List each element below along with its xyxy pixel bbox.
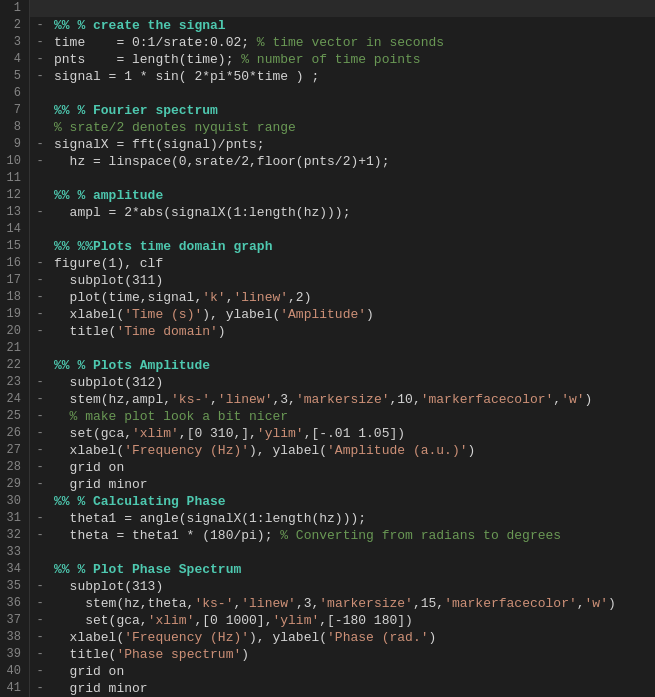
line-number: 35 <box>0 578 30 595</box>
line-number: 11 <box>0 170 30 187</box>
line-gutter: - <box>30 408 50 425</box>
code-line: 15%% %%Plots time domain graph <box>0 238 655 255</box>
code-editor: 12-%% % create the signal3-time = 0:1/sr… <box>0 0 655 697</box>
line-number: 6 <box>0 85 30 102</box>
line-content: xlabel('Frequency (Hz)'), ylabel('Amplit… <box>50 442 655 459</box>
line-gutter: - <box>30 51 50 68</box>
line-number: 10 <box>0 153 30 170</box>
line-number: 12 <box>0 187 30 204</box>
line-content: pnts = length(time); % number of time po… <box>50 51 655 68</box>
line-content: grid on <box>50 459 655 476</box>
code-line: 7%% % Fourier spectrum <box>0 102 655 119</box>
line-content: xlabel('Time (s)'), ylabel('Amplitude') <box>50 306 655 323</box>
line-number: 8 <box>0 119 30 136</box>
line-content: set(gca,'xlim',[0 1000],'ylim',[-180 180… <box>50 612 655 629</box>
line-gutter <box>30 187 50 204</box>
code-line: 34%% % Plot Phase Spectrum <box>0 561 655 578</box>
line-content: plot(time,signal,'k','linew',2) <box>50 289 655 306</box>
line-number: 32 <box>0 527 30 544</box>
code-line: 29- grid minor <box>0 476 655 493</box>
line-content: subplot(313) <box>50 578 655 595</box>
line-number: 26 <box>0 425 30 442</box>
code-line: 9-signalX = fft(signal)/pnts; <box>0 136 655 153</box>
code-line: 39- title('Phase spectrum') <box>0 646 655 663</box>
line-gutter: - <box>30 442 50 459</box>
line-gutter <box>30 493 50 510</box>
line-content: time = 0:1/srate:0.02; % time vector in … <box>50 34 655 51</box>
line-number: 23 <box>0 374 30 391</box>
line-gutter: - <box>30 578 50 595</box>
line-gutter: - <box>30 425 50 442</box>
code-line: 4-pnts = length(time); % number of time … <box>0 51 655 68</box>
code-line: 17- subplot(311) <box>0 272 655 289</box>
line-number: 24 <box>0 391 30 408</box>
line-gutter: - <box>30 204 50 221</box>
code-line: 23- subplot(312) <box>0 374 655 391</box>
line-number: 40 <box>0 663 30 680</box>
code-line: 21 <box>0 340 655 357</box>
line-gutter: - <box>30 510 50 527</box>
line-content: xlabel('Frequency (Hz)'), ylabel('Phase … <box>50 629 655 646</box>
line-gutter <box>30 340 50 357</box>
line-content: %% %%Plots time domain graph <box>50 238 655 255</box>
line-gutter: - <box>30 629 50 646</box>
line-number: 3 <box>0 34 30 51</box>
line-content: subplot(312) <box>50 374 655 391</box>
line-number: 2 <box>0 17 30 34</box>
code-line: 32- theta = theta1 * (180/pi); % Convert… <box>0 527 655 544</box>
line-gutter <box>30 0 50 17</box>
code-line: 22%% % Plots Amplitude <box>0 357 655 374</box>
line-gutter <box>30 85 50 102</box>
line-content <box>50 0 655 17</box>
line-content: ampl = 2*abs(signalX(1:length(hz))); <box>50 204 655 221</box>
line-gutter: - <box>30 289 50 306</box>
line-gutter: - <box>30 374 50 391</box>
line-content <box>50 221 655 238</box>
line-number: 38 <box>0 629 30 646</box>
line-number: 21 <box>0 340 30 357</box>
line-number: 1 <box>0 0 30 17</box>
code-line: 10- hz = linspace(0,srate/2,floor(pnts/2… <box>0 153 655 170</box>
line-number: 33 <box>0 544 30 561</box>
line-gutter: - <box>30 646 50 663</box>
line-gutter <box>30 238 50 255</box>
code-line: 3-time = 0:1/srate:0.02; % time vector i… <box>0 34 655 51</box>
code-line: 5-signal = 1 * sin( 2*pi*50*time ) ; <box>0 68 655 85</box>
line-content: title('Phase spectrum') <box>50 646 655 663</box>
line-gutter: - <box>30 34 50 51</box>
line-number: 30 <box>0 493 30 510</box>
line-content: figure(1), clf <box>50 255 655 272</box>
line-gutter: - <box>30 595 50 612</box>
code-line: 31- theta1 = angle(signalX(1:length(hz))… <box>0 510 655 527</box>
line-content: grid on <box>50 663 655 680</box>
line-number: 19 <box>0 306 30 323</box>
line-number: 27 <box>0 442 30 459</box>
line-number: 39 <box>0 646 30 663</box>
line-content: title('Time domain') <box>50 323 655 340</box>
line-gutter: - <box>30 680 50 697</box>
code-line: 19- xlabel('Time (s)'), ylabel('Amplitud… <box>0 306 655 323</box>
line-gutter <box>30 561 50 578</box>
line-number: 36 <box>0 595 30 612</box>
line-content: %% % Fourier spectrum <box>50 102 655 119</box>
line-gutter <box>30 544 50 561</box>
code-line: 24- stem(hz,ampl,'ks-','linew',3,'marker… <box>0 391 655 408</box>
line-content: %% % Plots Amplitude <box>50 357 655 374</box>
line-number: 28 <box>0 459 30 476</box>
line-content: grid minor <box>50 680 655 697</box>
line-gutter: - <box>30 68 50 85</box>
line-gutter: - <box>30 323 50 340</box>
line-number: 7 <box>0 102 30 119</box>
line-number: 20 <box>0 323 30 340</box>
code-line: 27- xlabel('Frequency (Hz)'), ylabel('Am… <box>0 442 655 459</box>
code-line: 18- plot(time,signal,'k','linew',2) <box>0 289 655 306</box>
line-content: signal = 1 * sin( 2*pi*50*time ) ; <box>50 68 655 85</box>
code-line: 40- grid on <box>0 663 655 680</box>
line-gutter: - <box>30 612 50 629</box>
line-number: 13 <box>0 204 30 221</box>
code-line: 8% srate/2 denotes nyquist range <box>0 119 655 136</box>
line-content: subplot(311) <box>50 272 655 289</box>
line-number: 41 <box>0 680 30 697</box>
line-content: %% % Plot Phase Spectrum <box>50 561 655 578</box>
line-number: 31 <box>0 510 30 527</box>
